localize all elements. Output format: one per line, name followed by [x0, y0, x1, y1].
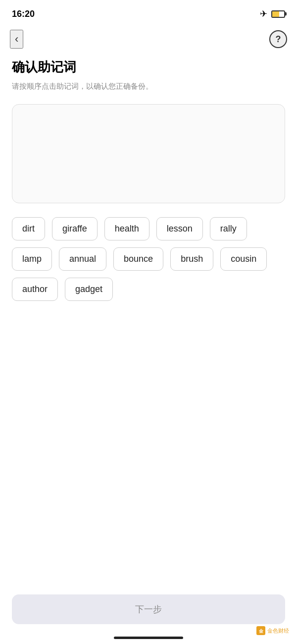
- word-chip-author[interactable]: author: [12, 278, 58, 301]
- status-bar: 16:20 ✈: [0, 0, 297, 26]
- watermark-icon: 金: [256, 626, 265, 635]
- word-chip-bounce[interactable]: bounce: [113, 247, 163, 271]
- answer-area[interactable]: [12, 104, 285, 203]
- word-chip-health[interactable]: health: [104, 217, 149, 240]
- home-indicator: [114, 637, 183, 639]
- word-chip-lesson[interactable]: lesson: [156, 217, 203, 240]
- next-button[interactable]: 下一步: [12, 594, 285, 624]
- help-button[interactable]: ?: [269, 30, 287, 48]
- word-chip-rally[interactable]: rally: [210, 217, 247, 240]
- page-subtitle: 请按顺序点击助记词，以确认您正确备份。: [12, 81, 285, 92]
- word-chip-annual[interactable]: annual: [59, 247, 106, 271]
- page-content: 确认助记词 请按顺序点击助记词，以确认您正确备份。: [0, 55, 297, 203]
- status-time: 16:20: [12, 9, 35, 19]
- watermark: 金 金色财经: [256, 626, 289, 635]
- back-button[interactable]: ‹: [10, 30, 23, 49]
- word-chip-lamp[interactable]: lamp: [12, 247, 52, 271]
- watermark-text: 金色财经: [267, 627, 289, 635]
- status-icons: ✈: [260, 8, 285, 19]
- word-chip-giraffe[interactable]: giraffe: [52, 217, 98, 240]
- word-chip-cousin[interactable]: cousin: [220, 247, 267, 271]
- word-chip-gadget[interactable]: gadget: [65, 278, 113, 301]
- bottom-area: 下一步: [12, 594, 285, 624]
- battery-icon: [271, 10, 285, 18]
- svg-text:金: 金: [258, 629, 264, 634]
- word-chip-dirt[interactable]: dirt: [12, 217, 45, 240]
- word-chip-brush[interactable]: brush: [170, 247, 213, 271]
- page-title: 确认助记词: [12, 59, 285, 76]
- airplane-icon: ✈: [260, 8, 267, 19]
- words-container: dirtgiraffehealthlessonrallylampannualbo…: [0, 217, 297, 301]
- nav-bar: ‹ ?: [0, 26, 297, 55]
